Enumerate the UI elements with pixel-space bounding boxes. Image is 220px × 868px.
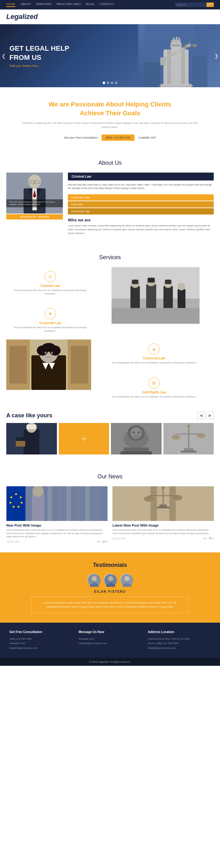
svg-rect-66 [16, 437, 28, 441]
nav-services[interactable]: SERVICES [36, 2, 51, 7]
passionate-section: We are Passionate About Helping Clients … [0, 87, 220, 150]
news-section: Our News [0, 473, 220, 552]
footer-bottom: © 2015 Legalized. All rights reserved. [0, 658, 220, 666]
footer-col3-title: Address Location [148, 630, 211, 634]
corporate-law-body: Sed ut perspiciatis nde natus error sit … [9, 326, 91, 333]
footer-col2-title: Message Us Now [79, 630, 141, 634]
search-button[interactable]: 🔍 [207, 2, 214, 7]
cases-section: A case like yours ◀ ▶ + [0, 412, 220, 464]
svg-rect-35 [112, 308, 199, 324]
criminal-law-body: Sed ut perspiciatis nde natus error sit … [9, 289, 91, 296]
comercial-law-title: Comercial Law [98, 356, 211, 360]
civil-rights-body: Sed ut perspiciatis nde natus error sit … [98, 395, 211, 399]
case-item-2[interactable]: + [59, 423, 109, 455]
about-tab-body: Why the way they make them is; Way make … [68, 181, 214, 193]
search-input[interactable] [175, 2, 207, 7]
footer-col3-addr3: help@legalcompany.com [148, 646, 211, 650]
case-item-3[interactable] [111, 423, 161, 455]
hero-next-arrow[interactable]: ❯ [214, 53, 218, 59]
services-title: Services [6, 254, 214, 261]
case-prev-btn[interactable]: ◀ [197, 412, 205, 419]
about-tabs: Corporate Law Civil Law Comercial Law [68, 194, 214, 215]
svg-point-8 [183, 45, 188, 49]
testimonials-avatar-1 [87, 574, 100, 586]
logo-bar: Legalized [0, 9, 220, 24]
case-item-1[interactable] [6, 423, 57, 455]
svg-point-24 [28, 175, 41, 188]
case-item-4[interactable] [163, 423, 214, 455]
svg-point-95 [9, 502, 11, 504]
svg-rect-36 [131, 286, 140, 308]
nav-practise[interactable]: PRACTISE AREA [57, 2, 81, 7]
hero-dot-1[interactable] [103, 82, 105, 84]
services-cards-left: ⊙ Criminal Law Sed ut perspiciatis nde n… [6, 267, 94, 336]
consult-bar: Get your Free Consultation (888) 1.23.45… [19, 134, 201, 141]
cases-title: A case like yours [6, 412, 52, 419]
nav-contact[interactable]: CONTACT [100, 2, 114, 7]
consult-phone[interactable]: (888) 1.23.456.7091 [102, 134, 135, 141]
svg-point-92 [21, 502, 23, 504]
svg-point-53 [45, 352, 46, 354]
footer-col2-link2[interactable]: help@legalcompany.com [79, 641, 141, 646]
testimonials-name: EILAN FISTERU [12, 590, 208, 593]
svg-rect-64 [26, 425, 36, 429]
svg-rect-41 [148, 278, 155, 282]
svg-rect-44 [165, 280, 171, 284]
news-card-1: New Post With Image Sed ut perspiciatis … [6, 486, 108, 543]
svg-point-94 [12, 506, 14, 508]
svg-rect-107 [151, 486, 157, 521]
service-card-criminal: ⊙ Criminal Law Sed ut perspiciatis nde n… [6, 267, 94, 299]
footer-col1-email: Available 24/7 [9, 641, 72, 646]
footer-col2-link1[interactable]: Available 24/7 [79, 637, 141, 641]
nav-about[interactable]: ABOUT [21, 2, 31, 7]
news-card-1-likes: ♥ 4 [97, 540, 100, 543]
svg-rect-13 [173, 37, 175, 41]
comercial-law-body: Sed ut perspiciatis nde natus error sit … [98, 361, 211, 365]
svg-point-96 [10, 496, 12, 498]
footer-col-consultation: Get Free Consultation (888) 123 456-7890… [9, 630, 72, 650]
case-nav: ◀ ▶ [197, 412, 214, 419]
svg-rect-102 [76, 486, 80, 521]
svg-rect-15 [179, 37, 180, 41]
news-card-1-stats: ♥ 4 💬 2 [97, 540, 108, 543]
about-tab-comercial[interactable]: Comercial Law [68, 208, 214, 215]
hero-dot-4[interactable] [115, 82, 117, 84]
news-card-1-meta: July 10, 2015 ♥ 4 💬 2 [6, 540, 108, 543]
services-row1: ⊙ Criminal Law Sed ut perspiciatis nde n… [6, 267, 214, 336]
case-next-btn[interactable]: ▶ [206, 412, 214, 419]
nav-search-form: 🔍 [175, 2, 214, 7]
testimonials-avatar-3 [120, 574, 133, 586]
nav-blog[interactable]: BLOG [86, 2, 95, 7]
svg-rect-39 [146, 284, 156, 308]
civil-rights-title: Civil Rights Law [98, 391, 211, 394]
svg-rect-104 [95, 486, 99, 521]
about-grid: There are many variations of passages of… [6, 173, 214, 236]
consult-label: Get your Free Consultation [64, 136, 98, 139]
svg-rect-38 [132, 280, 138, 284]
news-card-2-date: July 28, 2015 [112, 537, 126, 539]
about-active-tab[interactable]: Criminal Law [68, 173, 214, 181]
svg-rect-42 [163, 286, 173, 308]
hero-dot-3[interactable] [111, 82, 113, 84]
svg-point-52 [42, 343, 56, 352]
consult-available: Available 24/7 [138, 136, 156, 139]
svg-point-54 [51, 352, 53, 354]
criminal-law-title: Criminal Law [9, 284, 91, 287]
hero-dot-2[interactable] [107, 82, 109, 84]
civil-rights-icon: ⊞ [148, 377, 160, 389]
nav-home[interactable]: HOME [6, 2, 15, 7]
svg-rect-20 [160, 57, 166, 65]
about-tab-corporate[interactable]: Corporate Law [68, 194, 214, 200]
svg-rect-62 [24, 429, 39, 455]
passionate-heading: We are Passionate About Helping Clients … [19, 100, 201, 118]
navigation: HOME ABOUT SERVICES PRACTISE AREA BLOG C… [0, 0, 220, 9]
footer-col3-addr1: 2020 Awesome Blvd. WA 20110-1800 [148, 637, 211, 641]
svg-rect-4 [181, 50, 185, 84]
svg-point-46 [178, 283, 185, 290]
about-tab-civil[interactable]: Civil Law [68, 201, 214, 208]
svg-point-91 [20, 496, 22, 498]
news-card-2-stats: ♥ 4 💬 2 [203, 537, 214, 539]
footer-col1-phone: (888) 123 456-7890 [9, 637, 72, 641]
services-row2: ▲ Comercial Law Sed ut perspiciatis nde … [6, 340, 214, 402]
svg-rect-22 [192, 56, 208, 87]
